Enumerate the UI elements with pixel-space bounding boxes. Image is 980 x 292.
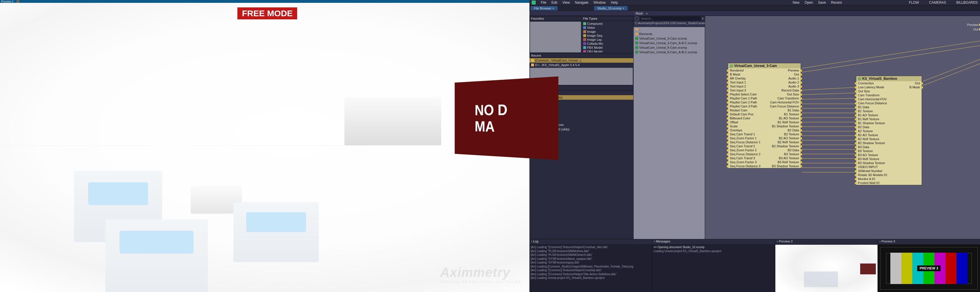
file-item[interactable]: VirtualCam_Unreal_3-Cam.xcomp bbox=[633, 36, 705, 41]
graph-out-out[interactable]: Out bbox=[973, 27, 978, 31]
node-input-pin[interactable]: Playlist Cam 2 Path bbox=[728, 100, 765, 104]
menu-file[interactable]: File bbox=[541, 0, 546, 5]
favorites-box[interactable] bbox=[530, 22, 581, 53]
preview-1-scene[interactable]: FREE MODE NO D MA Aximmetry VIRTUAL PROD… bbox=[0, 3, 530, 292]
node-input-pin[interactable]: Billboard Color bbox=[728, 116, 765, 120]
tab-file-browser[interactable]: File Browser × bbox=[531, 6, 558, 11]
node-output-pin[interactable]: B1 Data bbox=[765, 108, 801, 112]
node-input-pin[interactable]: Seq Focus Distance 2 bbox=[728, 152, 765, 156]
node-input-pin[interactable]: Seq Focus Distance 1 bbox=[728, 140, 765, 144]
chevron-down-icon[interactable]: ▾ bbox=[702, 16, 704, 21]
path-bar[interactable]: C:\AximmetryProjects\2024.3.0\Common_Stu… bbox=[633, 21, 705, 27]
preview-3-content[interactable]: PREVIEW 3 bbox=[878, 245, 980, 292]
node-input-pin[interactable]: AR Overlay bbox=[728, 77, 765, 80]
node-input-pin[interactable]: Text Input 2 bbox=[728, 84, 765, 88]
node-output-pin[interactable]: B3 Texture bbox=[765, 152, 801, 156]
node-input-pin[interactable]: B3 Data bbox=[856, 145, 898, 149]
open-button[interactable]: Open bbox=[805, 0, 813, 5]
node-input-pin[interactable]: Out Size bbox=[856, 89, 898, 93]
menu-window[interactable]: Window bbox=[593, 0, 606, 5]
node-output-pin[interactable]: B2 Texture bbox=[765, 132, 801, 136]
node-output-pin[interactable]: B Mask bbox=[898, 85, 922, 89]
save-button[interactable]: Save bbox=[818, 0, 826, 5]
filetype-item[interactable]: FBX Model bbox=[582, 46, 633, 49]
filetype-item[interactable]: Image Seq. bbox=[582, 34, 633, 38]
node-input-pin[interactable]: Seq Cam Transf 1 bbox=[728, 132, 765, 136]
node-output-pin[interactable]: B2 Data bbox=[765, 128, 801, 132]
node-input-pin[interactable]: Playlist Cam 3 Path bbox=[728, 104, 765, 108]
node-input-pin[interactable]: B2 Shadow Texture bbox=[856, 141, 898, 145]
node-output-pin[interactable]: B2 Refl Texture bbox=[765, 140, 801, 144]
node-output-pin[interactable]: B3 Refl Texture bbox=[765, 160, 801, 164]
folder-up[interactable]: .. bbox=[633, 27, 705, 32]
node-input-pin[interactable]: 3DModel Number bbox=[856, 169, 898, 173]
node-input-pin[interactable]: B3 Shadow Texture bbox=[856, 161, 898, 165]
filetype-item[interactable]: Image Lay. bbox=[582, 38, 633, 41]
node-input-pin[interactable]: B2 AO Texture bbox=[856, 133, 898, 137]
flow-toggle[interactable]: FLOW bbox=[909, 0, 919, 5]
node-input-pin[interactable]: B1 Data bbox=[856, 105, 898, 109]
node-input-pin[interactable]: Seq Zoom Factor 2 bbox=[728, 148, 765, 152]
filetype-item[interactable]: Image bbox=[582, 30, 633, 34]
flow-canvas[interactable]: Preview Out VirtualCam_Unreal_3-Cam Rend… bbox=[705, 16, 980, 239]
cameras-button[interactable]: CAMERAS bbox=[929, 0, 946, 5]
node-output-pin[interactable]: Out bbox=[898, 81, 922, 85]
node-output-pin[interactable]: Record Data bbox=[765, 88, 801, 92]
node-input-pin[interactable]: B1 AO Texture bbox=[856, 113, 898, 117]
node-input-pin[interactable]: Rotate 3D Models IO bbox=[856, 173, 898, 177]
node-output-pin[interactable]: Audio 2 bbox=[765, 80, 801, 84]
node-output-pin[interactable]: B2 AO Texture bbox=[765, 136, 801, 140]
graph-out-preview[interactable]: Preview bbox=[967, 23, 978, 27]
node-input-pin[interactable]: Overlays bbox=[728, 128, 765, 132]
tab-document[interactable]: Studio_10.xcomp × bbox=[594, 6, 628, 11]
recent-item[interactable]: D:\...\KS_VirtualS_Apple 5.4 5.4 bbox=[530, 63, 633, 67]
file-item[interactable]: VirtualCam_Unreal_8-Cam.xcomp bbox=[633, 45, 705, 50]
filetype-item[interactable]: Compound bbox=[582, 22, 633, 26]
preview-2-content[interactable] bbox=[775, 245, 878, 292]
new-button[interactable]: New bbox=[793, 0, 800, 5]
node-input-pin[interactable]: B3 Texture bbox=[856, 149, 898, 153]
node-input-pin[interactable]: Text Input 1 bbox=[728, 80, 765, 84]
close-icon[interactable] bbox=[16, 0, 19, 3]
node-output-pin[interactable]: Cam Focus Distance bbox=[765, 104, 801, 108]
node-input-pin[interactable]: Frosted Wall IO bbox=[856, 181, 898, 185]
node-output-pin[interactable]: B3 Data bbox=[765, 148, 801, 152]
recent-button[interactable]: Recent bbox=[831, 0, 842, 5]
node-input-pin[interactable]: Scale bbox=[728, 124, 765, 128]
node-input-pin[interactable]: Seq Zoom Factor 3 bbox=[728, 160, 765, 164]
search-input[interactable] bbox=[640, 16, 701, 21]
node-input-pin[interactable]: Seq Cam Transf 2 bbox=[728, 144, 765, 148]
node-input-pin[interactable]: Seq Focus Distance 3 bbox=[728, 164, 765, 168]
node-input-pin[interactable]: Rendered bbox=[728, 69, 765, 72]
node-input-pin[interactable]: Cam Horizontal FOV bbox=[856, 97, 898, 101]
filetype-item[interactable]: Video bbox=[582, 26, 633, 30]
node-input-pin[interactable]: Cam Transform bbox=[856, 93, 898, 97]
node-output-pin[interactable]: Out Size bbox=[765, 92, 801, 96]
filetype-item[interactable]: Collada Mo. bbox=[582, 41, 633, 46]
breadcrumb-root[interactable]: Root bbox=[634, 11, 644, 15]
node-output-pin[interactable]: B3 AO Texture bbox=[765, 156, 801, 160]
node-input-pin[interactable]: Playlist Select Cam bbox=[728, 92, 765, 96]
node-output-pin[interactable]: Preview bbox=[765, 69, 801, 72]
folder-item[interactable]: Elements bbox=[633, 32, 705, 36]
node-output-pin[interactable]: B3 Shadow Texture bbox=[765, 164, 801, 168]
node-input-pin[interactable]: Offset bbox=[728, 120, 765, 124]
node-output-pin[interactable]: Out bbox=[765, 72, 801, 77]
node-input-pin[interactable]: B2 Data bbox=[856, 125, 898, 129]
log-content[interactable]: [Arr] Loading "[Common]:Textures\Helper\… bbox=[530, 245, 652, 292]
node-input-pin[interactable]: B1 Texture bbox=[856, 109, 898, 113]
billboards-button[interactable]: BILLBOARDS bbox=[956, 0, 978, 5]
node-output-pin[interactable]: B2 Shadow Texture bbox=[765, 144, 801, 148]
messages-content[interactable]: >> Opening document Studio_10.xcomp Load… bbox=[652, 245, 775, 292]
node-input-pin[interactable]: Seq Zoom Factor 1 bbox=[728, 136, 765, 140]
node-output-pin[interactable]: Audio 1 bbox=[765, 77, 801, 80]
node-input-pin[interactable]: Low Latency Mode bbox=[856, 85, 898, 89]
node-input-pin[interactable]: B Mask bbox=[728, 72, 765, 77]
node-input-pin[interactable]: Playlist Cam 1 Path bbox=[728, 96, 765, 100]
node-output-pin[interactable]: Cam Transform bbox=[765, 96, 801, 100]
node-input-pin[interactable]: VIDEO INPUT bbox=[856, 165, 898, 169]
node-unreal-scene[interactable]: KS_VirtualS_Bamboo ConnectionOutLow Late… bbox=[856, 76, 922, 185]
menu-navigate[interactable]: Navigate bbox=[575, 0, 588, 5]
node-input-pin[interactable]: B1 Shadow Texture bbox=[856, 121, 898, 125]
node-output-pin[interactable]: B1 Shadow Texture bbox=[765, 124, 801, 128]
